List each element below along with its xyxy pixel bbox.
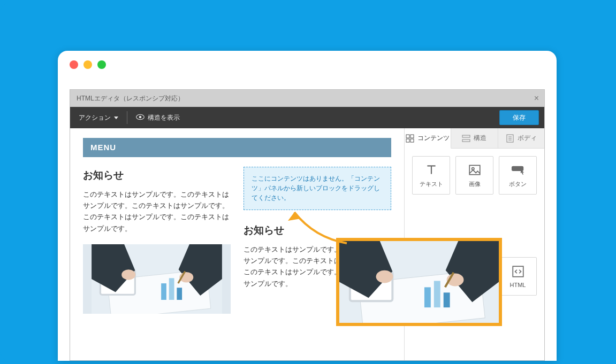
sample-image-1 bbox=[83, 244, 231, 314]
structure-toggle-button[interactable]: 構造を表示 bbox=[127, 107, 188, 128]
svg-point-1 bbox=[139, 115, 142, 118]
action-menu-label: アクション bbox=[79, 113, 111, 122]
business-photo-icon bbox=[83, 244, 231, 314]
action-menu-button[interactable]: アクション bbox=[70, 107, 127, 128]
tab-structure-label: 構造 bbox=[474, 134, 486, 143]
block-image-label: 画像 bbox=[469, 180, 481, 188]
window-minimize-dot[interactable] bbox=[83, 60, 92, 69]
dialog-title: HTMLエディタ（レスポンシブ対応） bbox=[77, 94, 184, 103]
editor-titlebar: HTMLエディタ（レスポンシブ対応） × bbox=[70, 90, 544, 107]
block-button[interactable]: ボタン bbox=[499, 156, 537, 195]
svg-rect-21 bbox=[469, 165, 480, 174]
block-html[interactable]: HTML bbox=[499, 257, 537, 296]
svg-rect-16 bbox=[462, 140, 470, 142]
save-button[interactable]: 保存 bbox=[499, 110, 539, 125]
tab-structure[interactable]: 構造 bbox=[451, 128, 498, 149]
save-button-label: 保存 bbox=[513, 113, 526, 122]
svg-rect-13 bbox=[406, 139, 409, 142]
block-html-label: HTML bbox=[510, 282, 526, 288]
dropzone-text: ここにコンテンツはありません。「コンテンツ」パネルから新しいブロックをドラッグし… bbox=[252, 175, 380, 202]
content-dropzone[interactable]: ここにコンテンツはありません。「コンテンツ」パネルから新しいブロックをドラッグし… bbox=[244, 167, 391, 210]
editor-dialog: HTMLエディタ（レスポンシブ対応） × アクション 構造を表示 保存 bbox=[70, 89, 545, 361]
eye-icon bbox=[136, 114, 145, 122]
browser-titlebar bbox=[58, 51, 557, 79]
editor-canvas[interactable]: MENU お知らせ このテキストはサンプルです。このテキストはサンプルです。この… bbox=[70, 128, 404, 360]
svg-rect-15 bbox=[462, 135, 470, 137]
menu-banner-label: MENU bbox=[90, 143, 116, 152]
rows-icon bbox=[462, 134, 470, 143]
tab-contents-label: コンテンツ bbox=[417, 134, 450, 143]
block-extra-1[interactable] bbox=[412, 257, 450, 296]
menu-banner: MENU bbox=[83, 138, 391, 157]
svg-rect-11 bbox=[406, 135, 409, 138]
block-extra-2[interactable] bbox=[455, 257, 493, 296]
canvas-columns: お知らせ このテキストはサンプルです。このテキストはサンプルです。このテキストは… bbox=[83, 167, 391, 314]
column-left: お知らせ このテキストはサンプルです。このテキストはサンプルです。このテキストは… bbox=[83, 167, 231, 314]
heading-2: お知らせ bbox=[244, 222, 391, 239]
side-panel-tabs: コンテンツ 構造 ボディ bbox=[405, 128, 544, 149]
text-icon bbox=[424, 163, 438, 177]
block-text[interactable]: テキスト bbox=[412, 156, 450, 195]
block-image[interactable]: 画像 bbox=[455, 156, 493, 195]
tab-body-label: ボディ bbox=[518, 134, 537, 143]
svg-rect-6 bbox=[169, 278, 174, 300]
editor-toolbar: アクション 構造を表示 保存 bbox=[70, 107, 544, 128]
svg-rect-12 bbox=[410, 135, 414, 138]
side-panel: コンテンツ 構造 ボディ bbox=[404, 128, 544, 360]
tab-contents[interactable]: コンテンツ bbox=[405, 128, 451, 149]
browser-window: HTMLエディタ（レスポンシブ対応） × アクション 構造を表示 保存 bbox=[58, 51, 557, 361]
window-close-dot[interactable] bbox=[70, 60, 78, 69]
button-icon bbox=[511, 163, 525, 177]
content-blocks-grid: テキスト 画像 ボタン bbox=[405, 149, 544, 360]
html-icon bbox=[511, 265, 525, 278]
block-text-label: テキスト bbox=[420, 180, 443, 188]
grid-icon bbox=[406, 134, 414, 143]
image-icon bbox=[468, 163, 482, 177]
svg-rect-7 bbox=[177, 288, 182, 300]
column-right: ここにコンテンツはありません。「コンテンツ」パネルから新しいブロックをドラッグし… bbox=[244, 167, 391, 314]
close-icon[interactable]: × bbox=[534, 94, 539, 103]
window-maximize-dot[interactable] bbox=[97, 60, 106, 69]
page-icon bbox=[506, 134, 514, 143]
svg-rect-5 bbox=[161, 283, 166, 300]
block-button-label: ボタン bbox=[509, 180, 527, 188]
editor-body: MENU お知らせ このテキストはサンプルです。このテキストはサンプルです。この… bbox=[70, 128, 544, 360]
structure-toggle-label: 構造を表示 bbox=[148, 113, 180, 122]
svg-point-8 bbox=[121, 269, 135, 280]
chevron-down-icon bbox=[114, 117, 118, 119]
heading-1: お知らせ bbox=[83, 167, 231, 184]
svg-rect-24 bbox=[513, 266, 523, 277]
svg-rect-14 bbox=[410, 139, 414, 142]
paragraph-2: このテキストはサンプルです。このテキストはサンプルです。このテキストはサンプルで… bbox=[244, 244, 391, 290]
tab-body[interactable]: ボディ bbox=[498, 128, 544, 149]
paragraph-1: このテキストはサンプルです。このテキストはサンプルです。このテキストはサンプルで… bbox=[83, 189, 231, 235]
